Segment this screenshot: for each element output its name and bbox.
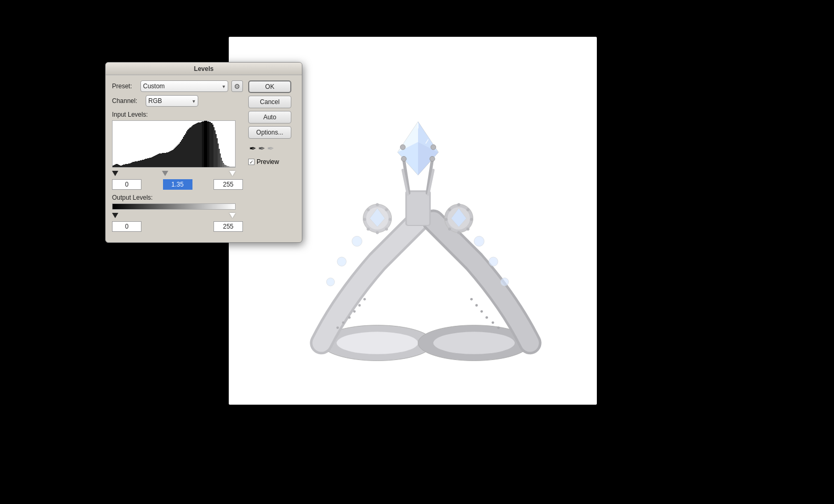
svg-rect-77: [128, 163, 129, 167]
svg-point-59: [492, 321, 494, 324]
channel-select[interactable]: RGB Red Green Blue: [146, 95, 198, 107]
channel-row: Channel: RGB Red Green Blue: [112, 95, 243, 107]
svg-rect-118: [171, 150, 172, 167]
svg-rect-108: [161, 153, 162, 167]
preset-select[interactable]: Custom Default Darker Increase Contrast …: [140, 80, 228, 92]
auto-button[interactable]: Auto: [248, 111, 291, 124]
channel-select-wrapper: RGB Red Green Blue: [146, 95, 198, 107]
svg-rect-114: [167, 152, 168, 167]
svg-point-47: [489, 257, 498, 266]
svg-rect-70: [121, 166, 122, 167]
cancel-button[interactable]: Cancel: [248, 96, 291, 108]
svg-point-43: [352, 236, 362, 246]
input-slider-area: [112, 169, 236, 178]
svg-rect-100: [152, 157, 154, 167]
ok-button[interactable]: OK: [248, 80, 291, 93]
svg-rect-153: [213, 127, 215, 167]
svg-rect-125: [179, 143, 180, 167]
gray-eyedropper-icon[interactable]: ✒: [258, 143, 265, 153]
svg-rect-69: [120, 166, 121, 167]
svg-rect-111: [164, 153, 165, 167]
svg-rect-68: [119, 165, 120, 167]
svg-rect-132: [186, 131, 187, 167]
svg-point-26: [389, 218, 392, 221]
svg-rect-166: [227, 166, 228, 167]
preset-gear-button[interactable]: ⚙: [231, 80, 243, 92]
svg-rect-71: [122, 165, 123, 167]
output-white-handle[interactable]: [229, 213, 236, 218]
svg-rect-80: [131, 162, 133, 167]
svg-rect-66: [117, 164, 118, 167]
svg-rect-138: [192, 125, 194, 167]
svg-point-41: [444, 218, 447, 221]
svg-rect-160: [221, 158, 222, 167]
svg-rect-89: [141, 160, 142, 167]
levels-dialog: Levels Preset: Custom Default Darker Inc…: [105, 62, 302, 243]
svg-rect-126: [180, 142, 181, 167]
svg-rect-74: [125, 164, 126, 167]
input-white-value[interactable]: [213, 179, 243, 190]
svg-point-36: [466, 208, 470, 211]
svg-rect-92: [144, 159, 145, 167]
svg-point-38: [466, 228, 470, 231]
svg-rect-101: [154, 156, 155, 167]
svg-point-52: [363, 298, 366, 301]
svg-rect-122: [176, 147, 177, 167]
svg-rect-95: [147, 158, 148, 167]
svg-point-51: [358, 304, 361, 307]
input-midtone-value[interactable]: [163, 179, 192, 190]
options-button[interactable]: Options...: [248, 126, 291, 139]
svg-rect-117: [170, 151, 171, 167]
svg-rect-128: [182, 139, 183, 167]
svg-rect-139: [194, 125, 195, 167]
svg-rect-161: [222, 161, 223, 167]
svg-rect-79: [130, 163, 131, 167]
svg-point-49: [348, 316, 351, 319]
svg-rect-99: [151, 157, 152, 167]
svg-point-60: [497, 326, 500, 329]
dialog-titlebar: Levels: [106, 63, 302, 75]
output-slider-area: [112, 211, 236, 220]
svg-rect-96: [148, 158, 149, 167]
input-black-handle[interactable]: [112, 171, 118, 176]
output-black-handle[interactable]: [112, 213, 118, 218]
svg-rect-107: [160, 153, 161, 167]
preset-select-wrapper: Custom Default Darker Increase Contrast …: [140, 80, 228, 92]
svg-rect-133: [187, 130, 188, 167]
svg-point-37: [470, 218, 473, 221]
output-white-value[interactable]: [213, 221, 243, 232]
svg-point-53: [342, 321, 344, 324]
input-midtone-handle[interactable]: [162, 171, 168, 176]
svg-rect-76: [127, 164, 128, 167]
svg-rect-159: [220, 153, 221, 167]
svg-rect-65: [116, 164, 117, 167]
preview-checkbox[interactable]: ✓: [248, 159, 255, 165]
svg-point-46: [474, 236, 484, 246]
svg-point-44: [337, 257, 346, 266]
svg-rect-146: [201, 122, 202, 167]
preset-row: Preset: Custom Default Darker Increase C…: [112, 80, 243, 92]
input-white-handle[interactable]: [229, 171, 236, 176]
svg-rect-85: [137, 161, 138, 167]
svg-rect-129: [183, 137, 184, 167]
svg-point-50: [353, 310, 356, 313]
preset-label: Preset:: [112, 83, 137, 90]
svg-rect-64: [115, 164, 116, 167]
black-eyedropper-icon[interactable]: ✒: [249, 143, 256, 153]
svg-rect-165: [226, 166, 227, 167]
svg-point-29: [367, 228, 370, 231]
svg-rect-119: [172, 150, 174, 167]
output-black-value[interactable]: [112, 221, 141, 232]
input-black-value[interactable]: [112, 179, 141, 190]
svg-rect-124: [178, 145, 179, 167]
svg-rect-81: [133, 162, 134, 167]
svg-rect-137: [191, 126, 192, 167]
svg-point-25: [385, 208, 388, 211]
white-eyedropper-icon[interactable]: ✒: [267, 143, 274, 153]
svg-point-27: [385, 228, 388, 231]
svg-rect-78: [129, 163, 130, 167]
svg-point-24: [376, 203, 379, 206]
svg-rect-155: [216, 134, 217, 167]
svg-rect-156: [217, 138, 218, 167]
input-values-row: [112, 179, 243, 190]
